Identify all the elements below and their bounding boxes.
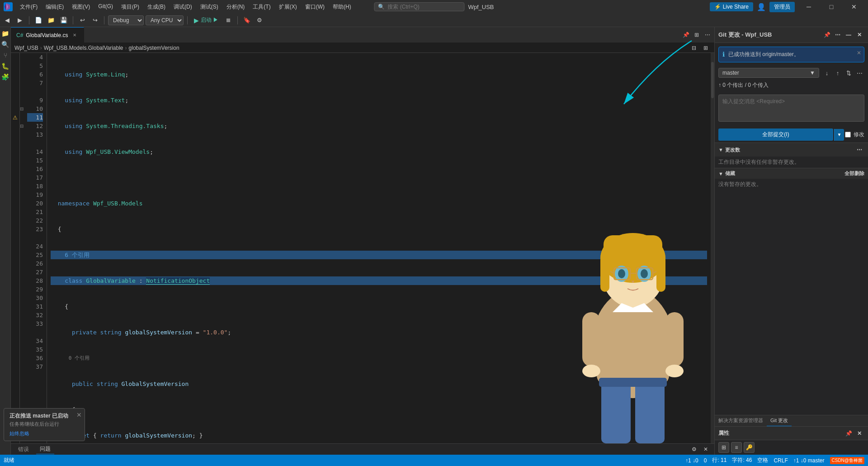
back-button[interactable]: ◀: [2, 15, 13, 26]
git-panel-actions: 📌 ⋯ — ✕: [822, 30, 864, 40]
delete-all-button[interactable]: 全部删除: [844, 170, 864, 177]
git-icon[interactable]: ⑂: [1, 51, 10, 60]
menu-item[interactable]: 分析(N): [223, 2, 249, 12]
redo-button[interactable]: ↪: [90, 15, 100, 26]
cpu-target-select[interactable]: Any CPU x64 x86: [146, 15, 184, 25]
sync-both-button[interactable]: ⇅: [844, 68, 854, 78]
search-input[interactable]: [387, 4, 455, 10]
menu-item[interactable]: 窗口(W): [302, 2, 328, 12]
more-sync-button[interactable]: ⋯: [854, 68, 864, 78]
collapse-button[interactable]: ⊟: [689, 43, 699, 53]
git-changes-tab[interactable]: Git 更改: [767, 415, 792, 426]
bottom-actions: ⚙ ✕: [689, 444, 711, 454]
vertical-scrollbar[interactable]: [711, 53, 714, 443]
notification-popup: 正在推送 master 已启动 任务将继续在后台运行 始终忽略 ✕: [4, 408, 85, 441]
scroll-thumb[interactable]: [711, 62, 714, 98]
modify-checkbox[interactable]: 修改: [845, 131, 864, 138]
right-panels: Git 更改 - Wpf_USB 📌 ⋯ — ✕ ℹ 已成功推送到 origin…: [714, 27, 868, 455]
commit-all-button[interactable]: 全部提交(I): [718, 128, 833, 141]
storage-section-header[interactable]: ▼ 储藏 全部删除: [715, 168, 868, 179]
menu-item[interactable]: 测试(S): [197, 2, 222, 12]
notification-link[interactable]: 始终忽略: [9, 430, 79, 437]
branch-dropdown[interactable]: master ▼: [718, 68, 819, 78]
more-options-button[interactable]: ⋯: [833, 30, 843, 40]
bottom-tab-problems[interactable]: 问题: [36, 444, 54, 454]
menu-item[interactable]: Git(G): [94, 2, 117, 12]
pin-panel-button[interactable]: 📌: [681, 30, 691, 40]
changes-text: 工作目录中没有任何非暂存更改。: [718, 159, 800, 165]
collapse-icon[interactable]: ⊟: [20, 105, 25, 113]
menu-item[interactable]: 扩展(X): [275, 2, 301, 12]
close-panel-button[interactable]: ✕: [701, 444, 711, 454]
maximize-button[interactable]: □: [821, 0, 842, 14]
close-button[interactable]: ✕: [844, 0, 864, 14]
debug-config-select[interactable]: Debug Release: [108, 15, 144, 25]
props-key-icon[interactable]: 🔑: [744, 442, 755, 453]
settings-button[interactable]: ⚙: [254, 15, 265, 26]
menu-item[interactable]: 文件(F): [16, 2, 41, 12]
menu-item[interactable]: 生成(B): [144, 2, 169, 12]
changes-section-header[interactable]: ▼ 更改数 ⋯: [715, 143, 868, 157]
solution-explorer-tab[interactable]: 解决方案资源管理器: [715, 415, 767, 426]
split-editor-button[interactable]: ⊞: [692, 30, 702, 40]
close-notification-button[interactable]: ✕: [857, 50, 861, 56]
search-box[interactable]: 🔍: [374, 2, 464, 11]
window-controls: ─ □ ✕: [798, 0, 864, 14]
branch-status[interactable]: ↑1 ↓0 master: [793, 457, 825, 464]
menu-item[interactable]: 调试(D): [170, 2, 196, 12]
new-file-button[interactable]: 📄: [33, 15, 44, 26]
commit-input[interactable]: [718, 95, 864, 122]
notification-close-button[interactable]: ✕: [76, 411, 82, 418]
props-grid-icon[interactable]: ⊞: [718, 442, 729, 453]
collapse-panel-button[interactable]: —: [844, 30, 854, 40]
collapse-icon[interactable]: ⊟: [20, 122, 25, 130]
title-bar-right: ⚡ Live Share 👤 管理员 ─ □ ✕: [710, 0, 864, 14]
menu-item[interactable]: 帮助(H): [329, 2, 355, 12]
menu-item[interactable]: 工具(T): [249, 2, 274, 12]
search-icon[interactable]: 🔍: [1, 40, 10, 49]
changes-more-button[interactable]: ⋯: [854, 145, 864, 155]
run-button[interactable]: ▶ 启动 ▶: [191, 15, 221, 25]
tab-globalvariable[interactable]: C# GlobalVariable.cs ✕: [11, 27, 84, 43]
bottom-tab-errors[interactable]: 错误: [14, 445, 33, 454]
stop-button[interactable]: ⏹: [223, 15, 234, 26]
pin-button[interactable]: 📌: [822, 30, 832, 40]
sync-up-button[interactable]: ↑: [833, 68, 843, 78]
filter-icon[interactable]: ⚙: [689, 444, 699, 454]
menu-item[interactable]: 编辑(E): [42, 2, 67, 12]
debug-icon[interactable]: 🐛: [1, 62, 10, 71]
expand-button[interactable]: ⊞: [701, 43, 711, 53]
breadcrumb-project[interactable]: Wpf_USB: [14, 45, 38, 51]
menu-bar: const menuData = ["文件(F)", "编辑(E)", "视图(…: [16, 2, 355, 12]
git-panel-title: Git 更改 - Wpf_USB: [718, 31, 772, 39]
error-count[interactable]: ↑1 ↓0: [685, 457, 698, 464]
props-list-icon[interactable]: ≡: [731, 442, 742, 453]
sync-down-button[interactable]: ↓: [822, 68, 832, 78]
forward-button[interactable]: ▶: [14, 15, 25, 26]
properties-pin-button[interactable]: 📌: [844, 428, 854, 438]
extensions-icon[interactable]: 🧩: [1, 72, 10, 81]
commit-dropdown-button[interactable]: ▼: [834, 129, 844, 141]
tab-close-button[interactable]: ✕: [71, 32, 78, 39]
save-button[interactable]: 💾: [58, 15, 69, 26]
minimize-button[interactable]: ─: [798, 0, 819, 14]
user-button[interactable]: 管理员: [769, 2, 795, 12]
menu-item[interactable]: 视图(V): [68, 2, 94, 12]
modify-checkbox-input[interactable]: [845, 132, 851, 138]
breadcrumb-symbol[interactable]: globalSystemVersion: [129, 45, 179, 51]
close-git-panel-button[interactable]: ✕: [854, 30, 864, 40]
explorer-icon[interactable]: 📁: [1, 29, 10, 38]
menu-item[interactable]: 项目(P): [118, 2, 143, 12]
title-bar-left: const menuData = ["文件(F)", "编辑(E)", "视图(…: [4, 2, 355, 12]
live-share-button[interactable]: ⚡ Live Share: [710, 2, 753, 11]
notification-text: 已成功推送到 origin/master。: [728, 51, 799, 58]
more-actions-button[interactable]: ⋯: [703, 30, 712, 40]
toolbar: ◀ ▶ 📄 📁 💾 ↩ ↪ Debug Release Any CPU x64 …: [0, 14, 868, 27]
breadcrumb-namespace[interactable]: Wpf_USB.Models.GlobalVariable: [44, 45, 123, 51]
bookmark-button[interactable]: 🔖: [241, 15, 252, 26]
run-arrow-icon: ▶: [194, 17, 199, 24]
properties-panel: 属性 📌 ✕ ⊞ ≡ 🔑: [714, 426, 868, 455]
open-button[interactable]: 📁: [46, 15, 57, 26]
properties-close-button[interactable]: ✕: [854, 428, 864, 438]
undo-button[interactable]: ↩: [77, 15, 88, 26]
